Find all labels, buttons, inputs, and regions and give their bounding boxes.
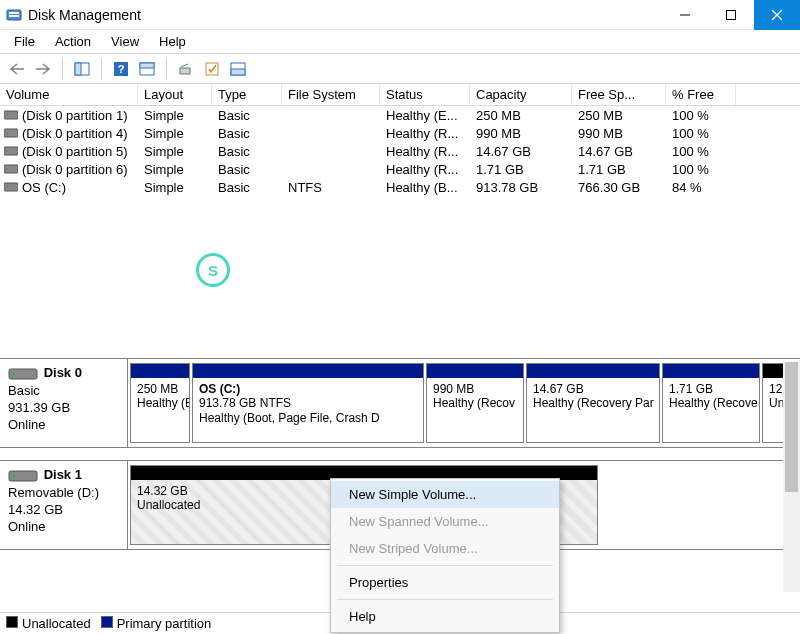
partition-stripe: [527, 364, 659, 378]
col-filesystem[interactable]: File System: [282, 84, 380, 105]
toolbar-separator: [62, 58, 63, 80]
disk1-type: Removable (D:): [8, 485, 119, 502]
nav-back-button[interactable]: [6, 58, 28, 80]
volume-layout: Simple: [138, 142, 212, 160]
col-capacity[interactable]: Capacity: [470, 84, 572, 105]
volume-fs: [282, 142, 380, 160]
col-volume[interactable]: Volume: [0, 84, 138, 105]
close-button[interactable]: [754, 0, 800, 30]
volume-free: 14.67 GB: [572, 142, 666, 160]
svg-rect-4: [727, 10, 736, 19]
volume-name: (Disk 0 partition 5): [0, 142, 138, 160]
partition-stripe: [427, 364, 523, 378]
svg-line-14: [181, 64, 188, 67]
volume-status: Healthy (R...: [380, 124, 470, 142]
context-menu-item: New Striped Volume...: [331, 535, 559, 562]
col-type[interactable]: Type: [212, 84, 282, 105]
partition-status: Healthy (EF: [137, 396, 183, 410]
partition-size: 14.67 GB: [533, 382, 653, 396]
menu-view[interactable]: View: [101, 32, 149, 51]
disk-row-0: Disk 0 Basic 931.39 GB Online 250 MBHeal…: [0, 358, 800, 448]
partition[interactable]: 14.67 GBHealthy (Recovery Par: [526, 363, 660, 443]
svg-point-29: [13, 373, 16, 376]
view-top-button[interactable]: [136, 58, 158, 80]
volume-row[interactable]: (Disk 0 partition 5)SimpleBasicHealthy (…: [0, 142, 800, 160]
menubar: File Action View Help: [0, 30, 800, 54]
toolbar: ?: [0, 54, 800, 84]
volume-row[interactable]: (Disk 0 partition 6)SimpleBasicHealthy (…: [0, 160, 800, 178]
volume-pctfree: 100 %: [666, 124, 736, 142]
context-menu-item[interactable]: Help: [331, 603, 559, 630]
disk-management-icon: [6, 7, 22, 23]
volume-row[interactable]: OS (C:)SimpleBasicNTFSHealthy (B...913.7…: [0, 178, 800, 196]
partition[interactable]: 1.71 GBHealthy (Recove: [662, 363, 760, 443]
show-hide-console-button[interactable]: [71, 58, 93, 80]
volume-icon: [4, 127, 18, 139]
volume-row[interactable]: (Disk 0 partition 4)SimpleBasicHealthy (…: [0, 124, 800, 142]
partition-size: 990 MB: [433, 382, 517, 396]
disk1-state: Online: [8, 519, 119, 536]
partition[interactable]: OS (C:)913.78 GB NTFSHealthy (Boot, Page…: [192, 363, 424, 443]
volume-type: Basic: [212, 178, 282, 196]
svg-rect-13: [180, 68, 190, 74]
disk-map-scrollbar[interactable]: [783, 362, 800, 592]
scrollbar-thumb[interactable]: [785, 362, 798, 492]
maximize-button[interactable]: [708, 0, 754, 30]
help-button[interactable]: ?: [110, 58, 132, 80]
partition-size: 1.71 GB: [669, 382, 753, 396]
disk0-state: Online: [8, 417, 119, 434]
col-layout[interactable]: Layout: [138, 84, 212, 105]
nav-forward-button[interactable]: [32, 58, 54, 80]
partition-stripe: [193, 364, 423, 378]
volume-pctfree: 100 %: [666, 160, 736, 178]
volume-pctfree: 100 %: [666, 142, 736, 160]
partition[interactable]: 990 MBHealthy (Recov: [426, 363, 524, 443]
action-center-button[interactable]: [201, 58, 223, 80]
legend-unallocated: Unallocated: [6, 616, 91, 631]
menu-divider: [337, 565, 553, 566]
volume-status: Healthy (E...: [380, 106, 470, 124]
col-pctfree[interactable]: % Free: [666, 84, 736, 105]
menu-action[interactable]: Action: [45, 32, 101, 51]
partition-status: Healthy (Boot, Page File, Crash D: [199, 411, 417, 425]
partition-size: 250 MB: [137, 382, 183, 396]
window-title: Disk Management: [28, 7, 662, 23]
svg-point-27: [6, 186, 8, 188]
toolbar-separator: [166, 58, 167, 80]
menu-help[interactable]: Help: [149, 32, 196, 51]
minimize-button[interactable]: [662, 0, 708, 30]
volume-capacity: 990 MB: [470, 124, 572, 142]
col-status[interactable]: Status: [380, 84, 470, 105]
settings-button[interactable]: [175, 58, 197, 80]
col-freespace[interactable]: Free Sp...: [572, 84, 666, 105]
volume-free: 250 MB: [572, 106, 666, 124]
svg-text:?: ?: [118, 63, 125, 75]
volume-list[interactable]: (Disk 0 partition 1)SimpleBasicHealthy (…: [0, 106, 800, 196]
volume-name: (Disk 0 partition 1): [0, 106, 138, 124]
disk1-label[interactable]: Disk 1 Removable (D:) 14.32 GB Online: [0, 461, 128, 549]
view-bottom-button[interactable]: [227, 58, 249, 80]
volume-icon: [4, 145, 18, 157]
legend-primary: Primary partition: [101, 616, 212, 631]
volume-type: Basic: [212, 142, 282, 160]
volume-type: Basic: [212, 106, 282, 124]
partition-size: 12 M: [769, 382, 783, 396]
volume-status: Healthy (B...: [380, 178, 470, 196]
volume-row[interactable]: (Disk 0 partition 1)SimpleBasicHealthy (…: [0, 106, 800, 124]
context-menu-item[interactable]: New Simple Volume...: [331, 481, 559, 508]
volume-free: 1.71 GB: [572, 160, 666, 178]
volume-name: (Disk 0 partition 6): [0, 160, 138, 178]
disk0-label[interactable]: Disk 0 Basic 931.39 GB Online: [0, 359, 128, 447]
volume-pctfree: 84 %: [666, 178, 736, 196]
volume-capacity: 14.67 GB: [470, 142, 572, 160]
context-menu: New Simple Volume...New Spanned Volume..…: [330, 478, 560, 633]
volume-list-header: Volume Layout Type File System Status Ca…: [0, 84, 800, 106]
partition-stripe: [131, 364, 189, 378]
context-menu-item[interactable]: Properties: [331, 569, 559, 596]
volume-icon: [4, 109, 18, 121]
menu-file[interactable]: File: [4, 32, 45, 51]
svg-point-25: [6, 168, 8, 170]
partition[interactable]: 250 MBHealthy (EF: [130, 363, 190, 443]
svg-rect-15: [206, 63, 218, 75]
volume-status: Healthy (R...: [380, 160, 470, 178]
